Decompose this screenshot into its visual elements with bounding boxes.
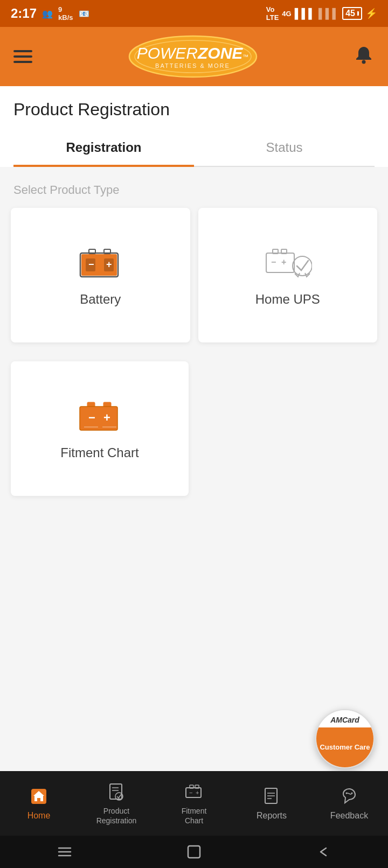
notifications-button[interactable]	[353, 45, 375, 68]
battery-level: 45	[342, 7, 362, 20]
bell-icon	[353, 45, 375, 66]
nav-label-product-registration: ProductRegistration	[96, 806, 137, 825]
fitment-chart-label: Fitment Chart	[60, 445, 138, 460]
home-ups-product-icon: − +	[264, 243, 312, 281]
app-header: POWER ZONE ™ BATTERIES & MORE	[0, 27, 388, 86]
logo-zone: ZONE	[198, 44, 242, 62]
svg-text:−: −	[88, 411, 95, 424]
home-nav-icon	[28, 786, 50, 807]
logo-power: POWER	[137, 44, 198, 62]
android-back-btn[interactable]	[307, 841, 340, 863]
product-type-grid: − + Battery − +	[0, 208, 388, 353]
fitment-chart-row: − + Fitment Chart	[0, 353, 388, 512]
section-label: Select Product Type	[0, 167, 388, 208]
home-ups-label: Home UPS	[255, 292, 320, 307]
battery-label: Battery	[80, 292, 121, 307]
android-menu-btn[interactable]	[48, 841, 81, 863]
customer-care-fab[interactable]: AMCard Customer Care	[315, 709, 375, 768]
page-title-section: Product Registration Registration Status	[0, 86, 388, 167]
signal-bars2-icon: ▌▌▌	[318, 8, 339, 19]
page-title: Product Registration	[13, 100, 375, 120]
app-logo: POWER ZONE ™ BATTERIES & MORE	[32, 35, 353, 78]
fitment-chart-icon: − +	[75, 397, 124, 435]
status-time: 2:17	[11, 6, 37, 21]
hamburger-menu-button[interactable]	[13, 50, 32, 63]
bottom-navigation: Home ProductRegistration − + Fitment	[0, 771, 388, 836]
home-ups-product-card[interactable]: − + Home UPS	[198, 208, 378, 342]
status-bar: 2:17 👥 9kB/s 📧 VoLTE 4G ▌▌▌ ▌▌▌ 45 ⚡	[0, 0, 388, 27]
logo-tm: ™	[242, 53, 248, 60]
nav-item-fitment-chart[interactable]: − + FitmentChart	[155, 781, 233, 825]
svg-text:+: +	[106, 259, 112, 270]
data-speed: 9kB/s	[58, 5, 73, 22]
tab-status[interactable]: Status	[194, 130, 375, 167]
svg-text:+: +	[196, 789, 199, 796]
android-home-btn[interactable]	[178, 841, 210, 863]
network-4g-icon: 4G	[282, 10, 291, 18]
svg-point-34	[346, 792, 348, 794]
fitment-chart-card[interactable]: − + Fitment Chart	[11, 361, 189, 496]
charging-icon: ⚡	[365, 8, 377, 19]
fitment-chart-nav-icon: − +	[183, 781, 205, 803]
svg-text:−: −	[88, 259, 94, 270]
svg-point-35	[351, 792, 353, 794]
svg-text:−: −	[189, 789, 192, 796]
battery-product-icon: − +	[76, 243, 124, 281]
svg-rect-39	[188, 846, 200, 858]
nav-item-feedback[interactable]: Feedback	[310, 786, 388, 822]
page-content: Product Registration Registration Status…	[0, 86, 388, 781]
svg-rect-11	[266, 253, 294, 272]
svg-rect-26	[110, 784, 122, 799]
svg-text:−: −	[271, 257, 276, 267]
svg-text:+: +	[281, 257, 286, 267]
teams-icon: 👥	[42, 9, 53, 19]
nav-label-fitment-chart: FitmentChart	[182, 806, 207, 825]
logo-tagline: BATTERIES & MORE	[155, 62, 230, 69]
svg-text:+: +	[103, 411, 110, 424]
android-nav-bar	[0, 836, 388, 868]
nav-label-feedback: Feedback	[330, 810, 368, 822]
battery-product-card[interactable]: − + Battery	[11, 208, 190, 342]
signal-bars-icon: ▌▌▌	[295, 8, 315, 19]
nav-label-home: Home	[27, 810, 51, 822]
tabs-container: Registration Status	[13, 130, 375, 167]
feedback-nav-icon	[338, 786, 360, 807]
nav-item-home[interactable]: Home	[0, 786, 78, 822]
vo-lte-icon: VoLTE	[266, 5, 279, 22]
nav-item-product-registration[interactable]: ProductRegistration	[78, 781, 155, 825]
svg-point-2	[362, 60, 366, 64]
tab-registration[interactable]: Registration	[13, 130, 194, 167]
nav-label-reports: Reports	[257, 810, 287, 822]
svg-point-16	[293, 256, 312, 276]
outlook-icon: 📧	[79, 9, 89, 19]
reports-nav-icon	[261, 786, 282, 807]
product-registration-nav-icon	[106, 781, 127, 803]
nav-item-reports[interactable]: Reports	[233, 786, 310, 822]
